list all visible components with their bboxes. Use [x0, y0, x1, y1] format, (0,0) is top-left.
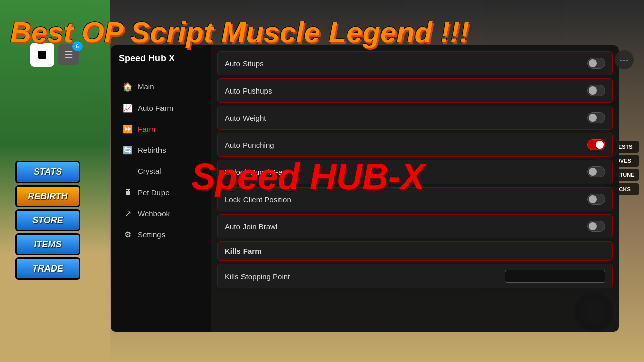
rebirth-button[interactable]: REBIRTH: [15, 185, 80, 207]
nav-label-pet-dupe: Pet Dupe: [138, 188, 170, 197]
nav-item-rebirths[interactable]: 🔄 Rebirths: [115, 140, 207, 160]
title-banner: Best OP Script Muscle Legend !!!: [10, 15, 469, 49]
kills-stopping-point-label: Kills Stopping Point: [225, 272, 290, 281]
main-panel: Speed Hub X 🏠 Main 📈 Auto Farm ⏩ Farm 🔄 …: [111, 45, 619, 332]
toggle-auto-join-brawl: Auto Join Brawl: [217, 214, 613, 238]
toggle-label-auto-join-brawl: Auto Join Brawl: [225, 222, 277, 231]
toggle-auto-pushups: Auto Pushups: [217, 78, 613, 103]
chart-icon: 📈: [123, 103, 133, 113]
nav-item-pet-dupe[interactable]: 🖥 Pet Dupe: [115, 182, 207, 202]
toggle-auto-weight: Auto Weight: [217, 106, 613, 130]
nav-item-settings[interactable]: ⚙ Settings: [115, 224, 207, 244]
toggle-label-auto-pushups: Auto Pushups: [225, 86, 272, 95]
nav-item-crystal[interactable]: 🖥 Crystal: [115, 161, 207, 181]
toggle-label-unlock-punch-fast: Unlock Punch Fast: [225, 168, 288, 176]
nav-item-wehbook[interactable]: ↗ Wehbook: [115, 203, 207, 223]
toggle-unlock-punch-fast: Unlock Punch Fast: [217, 160, 613, 184]
toggle-switch-auto-situps[interactable]: [587, 58, 605, 69]
toggle-switch-lock-client-position[interactable]: [587, 194, 605, 205]
stats-button[interactable]: STATS: [15, 161, 80, 183]
nav-label-crystal: Crystal: [138, 167, 162, 175]
crystal-icon: 🖥: [123, 166, 133, 176]
refresh-icon: 🔄: [123, 145, 133, 155]
nav-label-auto-farm: Auto Farm: [138, 104, 173, 112]
three-dots-button[interactable]: ···: [615, 50, 634, 69]
panel-content: Auto Situps Auto Pushups Auto Weight Aut…: [211, 45, 619, 332]
toggle-label-auto-weight: Auto Weight: [225, 114, 266, 122]
kills-stopping-point-input[interactable]: [505, 270, 605, 283]
panel-sidebar: Speed Hub X 🏠 Main 📈 Auto Farm ⏩ Farm 🔄 …: [111, 45, 211, 332]
nav-item-farm[interactable]: ⏩ Farm: [115, 119, 207, 139]
toggle-switch-auto-punching[interactable]: [587, 139, 605, 150]
home-icon: 🏠: [123, 81, 133, 92]
toggle-lock-client-position: Lock Client Position: [217, 187, 613, 211]
toggle-label-lock-client-position: Lock Client Position: [225, 195, 291, 204]
toggle-switch-auto-weight[interactable]: [587, 112, 605, 123]
toggle-switch-auto-pushups[interactable]: [587, 85, 605, 96]
toggle-auto-situps: Auto Situps: [217, 51, 613, 75]
toggle-switch-auto-join-brawl[interactable]: [587, 221, 605, 232]
nav-item-main[interactable]: 🏠 Main: [115, 76, 207, 97]
toggle-label-auto-punching: Auto Punching: [225, 141, 274, 149]
nav-label-main: Main: [138, 82, 154, 91]
nav-label-rebirths: Rebirths: [138, 146, 166, 154]
toggle-switch-unlock-punch-fast[interactable]: [587, 166, 605, 177]
toggle-auto-punching: Auto Punching: [217, 133, 613, 157]
game-buttons: STATS REBIRTH STORE ITEMS TRADE: [15, 161, 80, 280]
nav-label-settings: Settings: [138, 230, 165, 239]
store-button[interactable]: STORE: [15, 209, 80, 231]
nav-label-wehbook: Wehbook: [138, 209, 170, 218]
kills-stopping-point-row: Kills Stopping Point: [217, 264, 613, 288]
trade-button[interactable]: TRADE: [15, 257, 80, 280]
fast-forward-icon: ⏩: [123, 124, 133, 134]
kills-farm-header: Kills Farm: [217, 241, 613, 261]
svg-rect-1: [38, 51, 46, 59]
toggle-label-auto-situps: Auto Situps: [225, 59, 264, 68]
settings-icon: ⚙: [123, 229, 133, 239]
pet-dupe-icon: 🖥: [123, 187, 133, 197]
nav-item-auto-farm[interactable]: 📈 Auto Farm: [115, 98, 207, 118]
items-button[interactable]: ITEMS: [15, 233, 80, 255]
panel-title: Speed Hub X: [111, 53, 211, 72]
wehbook-icon: ↗: [123, 208, 133, 218]
nav-label-farm: Farm: [138, 125, 155, 133]
